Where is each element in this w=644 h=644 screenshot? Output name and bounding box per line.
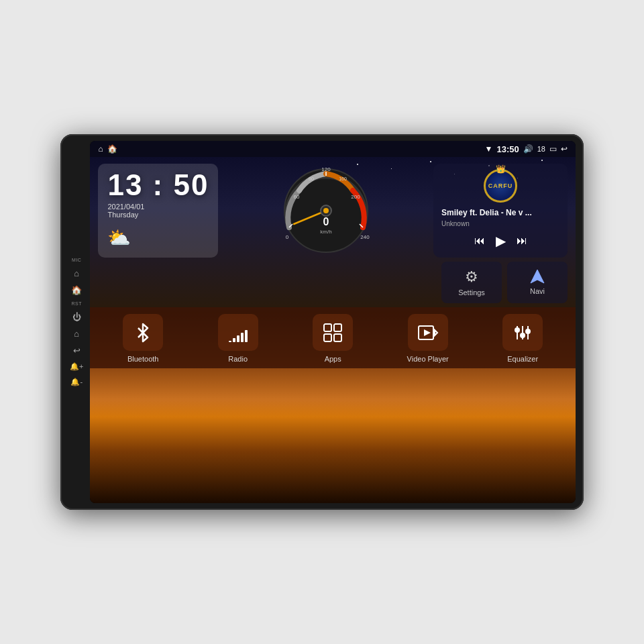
vol-down-button[interactable]: 🔔- bbox=[69, 377, 84, 387]
svg-rect-24 bbox=[324, 334, 331, 341]
vol-up-button[interactable]: 🔔+ bbox=[68, 362, 85, 372]
speedometer-svg: 0 60 120 80 160 200 240 0 bbox=[279, 164, 373, 258]
svg-rect-22 bbox=[324, 324, 331, 331]
settings-button[interactable]: ⚙ Settings bbox=[441, 262, 502, 303]
bluetooth-icon bbox=[133, 323, 153, 343]
apps-icon-box bbox=[313, 314, 353, 351]
radio-icon bbox=[227, 323, 249, 342]
navi-icon bbox=[529, 268, 545, 284]
bluetooth-app[interactable]: Bluetooth bbox=[113, 314, 173, 363]
crown-icon: 👑 bbox=[496, 164, 506, 174]
svg-rect-21 bbox=[245, 330, 248, 342]
app-bar: Bluetooth Radio bbox=[90, 307, 576, 368]
speedometer-widget: 0 60 120 80 160 200 240 0 bbox=[223, 164, 428, 258]
svg-text:120: 120 bbox=[321, 166, 331, 172]
window-icon: ▭ bbox=[549, 144, 557, 154]
home-button[interactable]: ⌂ bbox=[72, 268, 80, 279]
next-button[interactable]: ⏭ bbox=[517, 235, 527, 247]
widgets-row: 13 : 50 2021/04/01 Thursday ⛅ bbox=[90, 157, 576, 262]
music-logo: 👑 CARFU bbox=[484, 169, 517, 203]
svg-text:80: 80 bbox=[309, 176, 314, 181]
eq-label: Equalizer bbox=[507, 355, 538, 363]
status-left: ⌂ 🏠 bbox=[98, 144, 117, 154]
music-title: Smiley ft. Delia - Ne v ... bbox=[441, 208, 559, 217]
clock-time: 13 : 50 bbox=[107, 170, 209, 200]
home2-button[interactable]: 🏠 bbox=[70, 284, 83, 296]
svg-text:240: 240 bbox=[360, 234, 370, 240]
svg-text:0: 0 bbox=[285, 234, 288, 240]
status-time: 13:50 bbox=[497, 144, 519, 154]
svg-point-13 bbox=[323, 208, 329, 213]
svg-rect-17 bbox=[229, 341, 231, 342]
svg-text:60: 60 bbox=[293, 194, 299, 200]
shortcut-row: ⚙ Settings Navi bbox=[90, 262, 576, 307]
equalizer-app[interactable]: Equalizer bbox=[492, 314, 553, 363]
wifi-icon: ▼ bbox=[485, 144, 493, 154]
video-icon bbox=[417, 323, 439, 342]
screen: ⌂ 🏠 ▼ 13:50 🔊 18 ▭ ↩ bbox=[90, 141, 576, 503]
play-button[interactable]: ▶ bbox=[496, 233, 506, 249]
status-app-icon[interactable]: 🏠 bbox=[107, 144, 117, 154]
power-button[interactable]: ⏻ bbox=[71, 311, 83, 323]
carfu-logo-text: CARFU bbox=[488, 182, 513, 189]
svg-rect-23 bbox=[334, 324, 341, 331]
navi-button[interactable]: Navi bbox=[507, 262, 568, 303]
volume-icon: 🔊 bbox=[523, 144, 533, 154]
radio-app[interactable]: Radio bbox=[208, 314, 268, 363]
back-side-button[interactable]: ↩ bbox=[72, 345, 82, 356]
side-button-panel: MIC ⌂ 🏠 RST ⏻ ⌂ ↩ 🔔+ 🔔- bbox=[68, 258, 90, 387]
clock-widget: 13 : 50 2021/04/01 Thursday ⛅ bbox=[98, 164, 218, 258]
volume-level: 18 bbox=[537, 145, 545, 153]
clock-day: Thursday bbox=[107, 211, 138, 219]
car-head-unit: MIC ⌂ 🏠 RST ⏻ ⌂ ↩ 🔔+ 🔔- ⌂ 🏠 ▼ 13:50 🔊 18… bbox=[60, 134, 584, 510]
status-home-icon[interactable]: ⌂ bbox=[98, 144, 103, 154]
prev-button[interactable]: ⏮ bbox=[474, 235, 485, 247]
apps-app[interactable]: Apps bbox=[303, 314, 363, 363]
svg-text:200: 200 bbox=[351, 194, 360, 200]
eq-icon bbox=[512, 323, 533, 342]
svg-rect-19 bbox=[237, 335, 239, 342]
video-app[interactable]: Video Player bbox=[398, 314, 458, 363]
rst-label: RST bbox=[71, 301, 82, 306]
music-widget: 👑 CARFU Smiley ft. Delia - Ne v ... Unkn… bbox=[433, 164, 568, 258]
svg-marker-16 bbox=[531, 270, 544, 283]
home3-button[interactable]: ⌂ bbox=[72, 328, 80, 339]
eq-icon-box bbox=[502, 314, 543, 351]
settings-label: Settings bbox=[458, 288, 485, 297]
svg-marker-27 bbox=[435, 330, 437, 335]
svg-text:km/h: km/h bbox=[320, 229, 331, 235]
svg-rect-25 bbox=[334, 334, 341, 341]
navi-label: Navi bbox=[530, 287, 545, 295]
mic-label: MIC bbox=[72, 258, 81, 262]
svg-marker-28 bbox=[424, 329, 431, 336]
video-label: Video Player bbox=[407, 355, 449, 363]
radio-label: Radio bbox=[228, 355, 248, 363]
apps-label: Apps bbox=[325, 355, 341, 363]
svg-point-34 bbox=[525, 329, 531, 334]
radio-icon-box bbox=[218, 314, 258, 351]
video-icon-box bbox=[408, 314, 448, 351]
status-right: ▼ 13:50 🔊 18 ▭ ↩ bbox=[485, 144, 568, 154]
svg-point-30 bbox=[515, 327, 520, 333]
bluetooth-label: Bluetooth bbox=[127, 355, 158, 363]
main-screen: 13 : 50 2021/04/01 Thursday ⛅ bbox=[90, 157, 576, 503]
apps-icon bbox=[323, 323, 343, 343]
bluetooth-icon-box bbox=[123, 314, 163, 351]
status-bar: ⌂ 🏠 ▼ 13:50 🔊 18 ▭ ↩ bbox=[90, 141, 576, 157]
music-controls: ⏮ ▶ ⏭ bbox=[441, 233, 559, 249]
music-artist: Unknown bbox=[441, 220, 559, 227]
settings-icon: ⚙ bbox=[465, 268, 478, 286]
svg-point-32 bbox=[520, 333, 525, 338]
svg-rect-18 bbox=[233, 338, 235, 342]
back-status-icon[interactable]: ↩ bbox=[561, 144, 568, 154]
svg-rect-20 bbox=[241, 333, 244, 342]
svg-text:0: 0 bbox=[323, 216, 329, 227]
weather-icon: ⛅ bbox=[107, 227, 131, 249]
svg-text:160: 160 bbox=[339, 176, 347, 181]
clock-date: 2021/04/01 bbox=[107, 203, 144, 211]
